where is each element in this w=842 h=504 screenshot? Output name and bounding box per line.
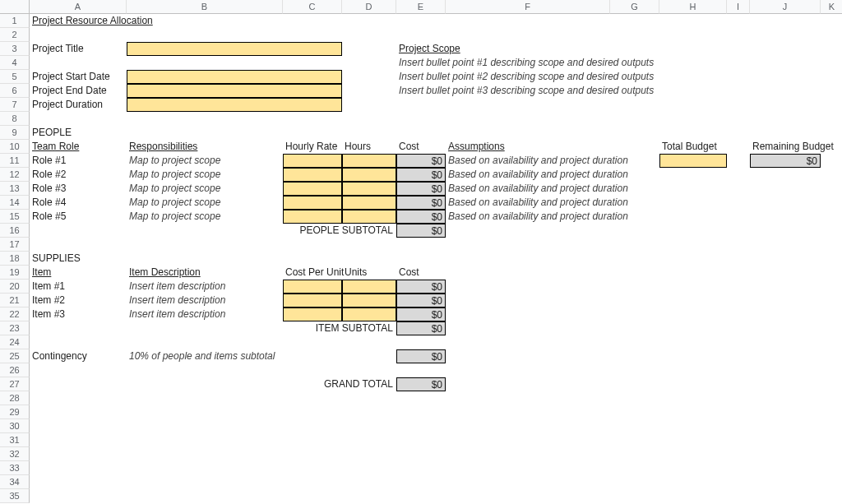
col-header-H[interactable]: H — [659, 0, 727, 14]
hdr-team-role[interactable]: Team Role — [30, 140, 127, 154]
row-header-6[interactable]: 6 — [0, 84, 30, 98]
people-role-2[interactable]: Role #3 — [30, 182, 127, 196]
supply-cpu-1[interactable] — [283, 294, 342, 307]
section-people[interactable]: PEOPLE — [30, 126, 127, 140]
supply-desc-0[interactable]: Insert item description — [127, 280, 283, 294]
people-role-3[interactable]: Role #4 — [30, 196, 127, 210]
scope-bullet-2[interactable]: Insert bullet point #2 describing scope … — [396, 70, 446, 84]
hdr-cost-per-unit[interactable]: Cost Per Unit — [283, 266, 342, 280]
row-header-20[interactable]: 20 — [0, 280, 30, 294]
row-header-10[interactable]: 10 — [0, 140, 30, 154]
people-rate-2[interactable] — [283, 182, 342, 196]
label-project-scope[interactable]: Project Scope — [396, 42, 446, 56]
row-header-13[interactable]: 13 — [0, 182, 30, 196]
people-role-0[interactable]: Role #1 — [30, 154, 127, 168]
col-header-A[interactable]: A — [30, 0, 127, 14]
input-project-duration[interactable] — [127, 98, 342, 112]
row-header-35[interactable]: 35 — [0, 489, 30, 503]
label-project-end[interactable]: Project End Date — [30, 84, 127, 98]
people-resp-3[interactable]: Map to project scope — [127, 196, 283, 210]
col-header-I[interactable]: I — [727, 0, 750, 14]
label-project-duration[interactable]: Project Duration — [30, 98, 127, 112]
row-header-23[interactable]: 23 — [0, 321, 30, 335]
people-resp-1[interactable]: Map to project scope — [127, 168, 283, 182]
col-header-K[interactable]: K — [821, 0, 842, 14]
hdr-item-description[interactable]: Item Description — [127, 266, 283, 280]
people-assump-4[interactable]: Based on availability and project durati… — [446, 210, 610, 224]
people-resp-0[interactable]: Map to project scope — [127, 154, 283, 168]
value-remaining-budget[interactable]: $0 — [750, 154, 821, 168]
people-hours-0[interactable] — [342, 154, 396, 168]
people-hours-2[interactable] — [342, 182, 396, 196]
row-header-25[interactable]: 25 — [0, 349, 30, 363]
supply-desc-2[interactable]: Insert item description — [127, 307, 283, 321]
people-resp-4[interactable]: Map to project scope — [127, 210, 283, 224]
row-header-18[interactable]: 18 — [0, 252, 30, 266]
hdr-responsibilities[interactable]: Responsibilities — [127, 140, 283, 154]
people-assump-1[interactable]: Based on availability and project durati… — [446, 168, 610, 182]
row-header-12[interactable]: 12 — [0, 168, 30, 182]
row-header-28[interactable]: 28 — [0, 391, 30, 405]
col-header-B[interactable]: B — [127, 0, 283, 14]
value-people-subtotal[interactable]: $0 — [396, 224, 446, 238]
row-header-29[interactable]: 29 — [0, 405, 30, 419]
people-cost-0[interactable]: $0 — [396, 154, 446, 168]
supply-units-0[interactable] — [342, 280, 396, 294]
label-grand-total[interactable]: GRAND TOTAL — [283, 377, 396, 391]
people-cost-1[interactable]: $0 — [396, 168, 446, 182]
supply-cost-2[interactable]: $0 — [396, 307, 446, 321]
row-header-19[interactable]: 19 — [0, 266, 30, 280]
row-header-2[interactable]: 2 — [0, 28, 30, 42]
input-project-title[interactable] — [127, 42, 342, 56]
row-header-15[interactable]: 15 — [0, 210, 30, 224]
hdr-assumptions[interactable]: Assumptions — [446, 140, 610, 154]
row-header-22[interactable]: 22 — [0, 307, 30, 321]
people-role-1[interactable]: Role #2 — [30, 168, 127, 182]
row-header-16[interactable]: 16 — [0, 224, 30, 238]
hdr-hourly-rate[interactable]: Hourly Rate — [283, 140, 342, 154]
people-rate-1[interactable] — [283, 168, 342, 182]
row-header-4[interactable]: 4 — [0, 56, 30, 70]
supply-desc-1[interactable]: Insert item description — [127, 294, 283, 307]
row-header-34[interactable]: 34 — [0, 475, 30, 489]
row-header-31[interactable]: 31 — [0, 433, 30, 447]
people-hours-1[interactable] — [342, 168, 396, 182]
people-hours-3[interactable] — [342, 196, 396, 210]
people-assump-3[interactable]: Based on availability and project durati… — [446, 196, 610, 210]
hdr-remaining-budget[interactable]: Remaining Budget — [750, 140, 821, 154]
supply-cost-0[interactable]: $0 — [396, 280, 446, 294]
value-contingency[interactable]: $0 — [396, 349, 446, 363]
row-header-5[interactable]: 5 — [0, 70, 30, 84]
hdr-hours[interactable]: Hours — [342, 140, 396, 154]
label-people-subtotal[interactable]: PEOPLE SUBTOTAL — [283, 224, 396, 238]
row-header-24[interactable]: 24 — [0, 335, 30, 349]
row-header-11[interactable]: 11 — [0, 154, 30, 168]
row-header-21[interactable]: 21 — [0, 294, 30, 307]
row-header-26[interactable]: 26 — [0, 363, 30, 377]
row-header-14[interactable]: 14 — [0, 196, 30, 210]
people-hours-4[interactable] — [342, 210, 396, 224]
people-cost-2[interactable]: $0 — [396, 182, 446, 196]
people-cost-3[interactable]: $0 — [396, 196, 446, 210]
corner[interactable] — [0, 0, 30, 14]
supply-cpu-0[interactable] — [283, 280, 342, 294]
row-header-7[interactable]: 7 — [0, 98, 30, 112]
row-header-27[interactable]: 27 — [0, 377, 30, 391]
row-header-32[interactable]: 32 — [0, 447, 30, 461]
contingency-desc[interactable]: 10% of people and items subtotal — [127, 349, 283, 363]
row-header-1[interactable]: 1 — [0, 14, 30, 28]
scope-bullet-3[interactable]: Insert bullet point #3 describing scope … — [396, 84, 446, 98]
col-header-C[interactable]: C — [283, 0, 342, 14]
input-project-end[interactable] — [127, 84, 342, 98]
row-header-17[interactable]: 17 — [0, 238, 30, 252]
hdr-cost[interactable]: Cost — [396, 140, 446, 154]
people-assump-0[interactable]: Based on availability and project durati… — [446, 154, 610, 168]
input-project-start[interactable] — [127, 70, 342, 84]
people-role-4[interactable]: Role #5 — [30, 210, 127, 224]
supply-cpu-2[interactable] — [283, 307, 342, 321]
row-header-3[interactable]: 3 — [0, 42, 30, 56]
input-total-budget[interactable] — [659, 154, 727, 168]
hdr-units[interactable]: Units — [342, 266, 396, 280]
people-rate-0[interactable] — [283, 154, 342, 168]
label-project-start[interactable]: Project Start Date — [30, 70, 127, 84]
